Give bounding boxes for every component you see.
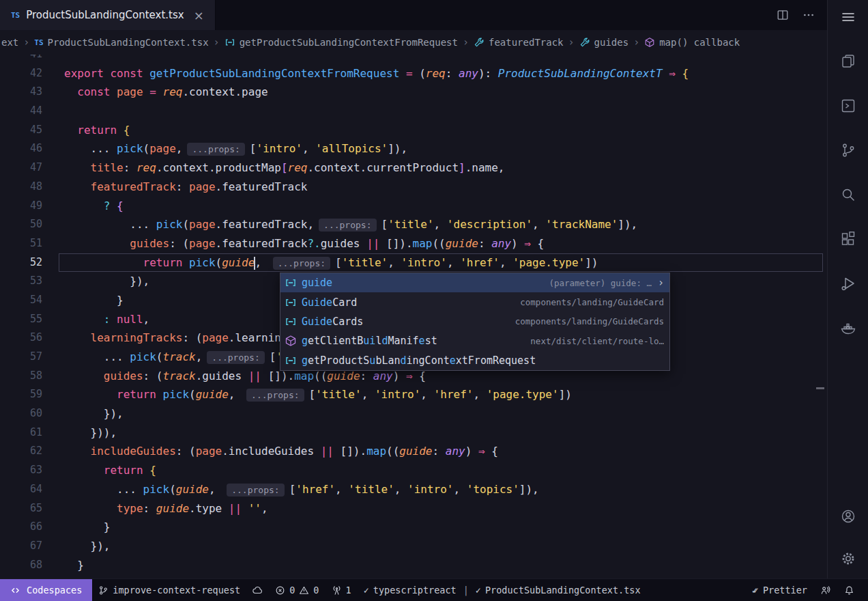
code-line-41[interactable]: 41 [0,55,827,64]
sync-button[interactable] [246,585,269,596]
editor[interactable]: 4142export const getProductSubLandingCon… [0,55,827,578]
code-line-65[interactable]: 65 type: guide.type || '', [0,499,827,518]
settings-gear-icon[interactable] [839,550,857,568]
code-line-47[interactable]: 47 title: req.context.productMap[req.con… [0,158,827,178]
source-control-icon[interactable] [839,141,857,159]
menu-icon[interactable] [839,8,857,26]
code-line-59[interactable]: 59 return pick(guide, ...props:['title',… [0,385,827,404]
line-number[interactable]: 55 [0,310,42,329]
suggestion-label: GuideCards [302,316,363,328]
line-number[interactable]: 48 [0,178,42,197]
line-number[interactable]: 41 [0,55,42,64]
branch-label: improve-context-request [113,585,240,596]
ports-button[interactable]: 1 [326,585,358,596]
symbol-variable-icon [285,297,297,308]
search-icon[interactable] [839,186,857,204]
account-icon[interactable] [839,507,857,525]
line-number[interactable]: 60 [0,404,42,423]
code-line-43[interactable]: 43 const page = req.context.page [0,83,827,102]
symbol-property-icon [474,37,484,48]
line-number[interactable]: 53 [0,272,42,291]
line-number[interactable]: 47 [0,158,42,178]
code-line-64[interactable]: 64 ... pick(guide, ...props:['href', 'ti… [0,480,827,499]
code-line-44[interactable]: 44 [0,102,827,121]
code-line-46[interactable]: 46 ... pick(page,...props:['intro', 'all… [0,139,827,158]
breadcrumb-item-guides[interactable]: guides [579,37,629,48]
tab-productsublandingcontext[interactable]: TS ProductSubLandingContext.tsx × [0,0,216,30]
line-number[interactable]: 52 [0,253,42,272]
breadcrumb-separator: › [214,36,220,48]
radio-tower-icon [332,585,342,596]
code-line-63[interactable]: 63 return { [0,461,827,480]
line-number[interactable]: 45 [0,121,42,140]
branch-button[interactable]: improve-context-request [92,585,246,596]
line-number[interactable]: 62 [0,442,42,461]
file-status[interactable]: ✓ typescriptreact | ✓ ProductSubLandingC… [358,585,647,596]
code-line-68[interactable]: 68 } [0,556,827,575]
codespaces-button[interactable]: Codespaces [0,579,92,601]
code-line-42[interactable]: 42export const getProductSubLandingConte… [0,64,827,83]
close-icon[interactable]: × [194,8,204,23]
run-debug-icon[interactable] [839,275,857,292]
breadcrumb-item-map-callback[interactable]: map() callback [644,37,740,48]
suggestion-item[interactable]: getProductSubLandingContextFromRequest [280,351,669,370]
code-line-48[interactable]: 48 featuredTrack: page.featuredTrack [0,178,827,197]
breadcrumb-item-featuredtrack[interactable]: featuredTrack [474,37,564,48]
code-line-66[interactable]: 66 } [0,518,827,537]
symbol-variable-icon [285,277,297,288]
code-content: const page = req.context.page [64,83,827,102]
code-line-50[interactable]: 50 ... pick(page.featuredTrack,...props:… [0,215,827,234]
suggestion-detail: components/landing/GuideCard [510,297,664,307]
suggestion-item[interactable]: GuideCardcomponents/landing/GuideCard [280,292,669,311]
line-number[interactable]: 51 [0,234,42,253]
code-line-49[interactable]: 49 ? { [0,197,827,216]
line-number[interactable]: 57 [0,348,42,367]
code-line-51[interactable]: 51 guides: (page.featuredTrack?.guides |… [0,234,827,253]
line-number[interactable]: 67 [0,537,42,556]
breadcrumb-item-folder[interactable]: ext [1,37,18,48]
code-line-61[interactable]: 61 })), [0,423,827,443]
explorer-icon[interactable] [839,53,857,70]
code-line-62[interactable]: 62 includeGuides: (page.includeGuides ||… [0,442,827,461]
extensions-icon[interactable] [839,230,857,248]
split-editor-icon[interactable] [777,9,789,21]
scrollbar-marker[interactable] [816,387,824,389]
breadcrumb-item-function[interactable]: getProductSubLandingContextFromRequest [225,37,458,48]
suggestion-item[interactable]: GuideCardscomponents/landing/GuideCards [280,312,669,331]
line-number[interactable]: 65 [0,499,42,518]
problems-button[interactable]: 0 0 [269,585,325,596]
terminal-icon[interactable] [839,97,857,115]
suggestion-item[interactable]: guide(parameter) guide: …› [280,273,669,292]
code-line-60[interactable]: 60 }), [0,404,827,423]
line-number[interactable]: 58 [0,367,42,386]
line-number[interactable]: 61 [0,423,42,443]
formatter-button[interactable]: ✓✓ Prettier [746,585,813,596]
line-number[interactable]: 64 [0,480,42,499]
line-number[interactable]: 56 [0,329,42,348]
line-number[interactable]: 59 [0,385,42,404]
line-number[interactable]: 49 [0,197,42,216]
line-number[interactable]: 46 [0,139,42,158]
errors-count: 0 [289,585,295,596]
line-number[interactable]: 54 [0,291,42,310]
warnings-count: 0 [313,585,319,596]
line-number[interactable]: 42 [0,64,42,83]
code-line-67[interactable]: 67 }), [0,537,827,556]
notifications-button[interactable] [837,585,861,596]
code-line-45[interactable]: 45 return { [0,121,827,140]
more-actions-icon[interactable] [802,9,815,21]
line-number[interactable]: 66 [0,518,42,537]
breadcrumb-item-file[interactable]: TS ProductSubLandingContext.tsx [34,37,208,48]
code-line-52[interactable]: 52 return pick(guide, ...props:['title',… [0,253,827,272]
line-number[interactable]: 43 [0,83,42,102]
line-number[interactable]: 44 [0,102,42,121]
line-number[interactable]: 50 [0,215,42,234]
feedback-button[interactable] [813,585,837,596]
codespaces-icon [10,585,20,596]
formatter-label: Prettier [763,585,807,596]
docker-icon[interactable] [839,319,857,337]
suggestion-item[interactable]: getClientBuildManifestnext/dist/client/r… [280,331,669,350]
chevron-right-icon[interactable]: › [658,277,664,289]
line-number[interactable]: 68 [0,556,42,575]
line-number[interactable]: 63 [0,461,42,480]
